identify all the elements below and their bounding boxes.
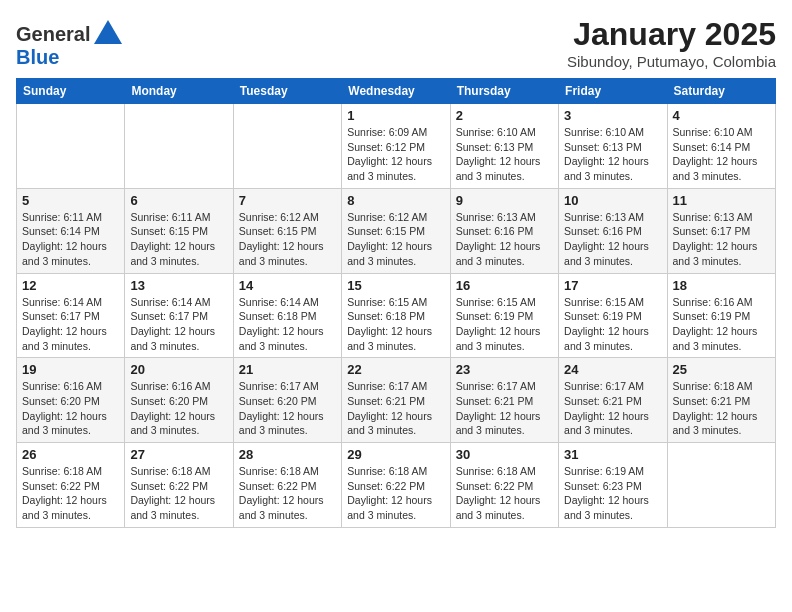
calendar-week-row: 5Sunrise: 6:11 AMSunset: 6:14 PMDaylight…	[17, 188, 776, 273]
calendar-title: January 2025	[567, 16, 776, 53]
day-number: 14	[239, 278, 336, 293]
day-number: 11	[673, 193, 770, 208]
table-row: 5Sunrise: 6:11 AMSunset: 6:14 PMDaylight…	[17, 188, 125, 273]
day-number: 17	[564, 278, 661, 293]
day-info: Sunrise: 6:18 AMSunset: 6:22 PMDaylight:…	[456, 464, 553, 523]
table-row: 6Sunrise: 6:11 AMSunset: 6:15 PMDaylight…	[125, 188, 233, 273]
day-info: Sunrise: 6:16 AMSunset: 6:20 PMDaylight:…	[22, 379, 119, 438]
table-row: 22Sunrise: 6:17 AMSunset: 6:21 PMDayligh…	[342, 358, 450, 443]
day-number: 18	[673, 278, 770, 293]
col-thursday: Thursday	[450, 79, 558, 104]
day-number: 23	[456, 362, 553, 377]
svg-marker-0	[94, 20, 122, 44]
day-number: 8	[347, 193, 444, 208]
calendar-week-row: 26Sunrise: 6:18 AMSunset: 6:22 PMDayligh…	[17, 443, 776, 528]
day-info: Sunrise: 6:19 AMSunset: 6:23 PMDaylight:…	[564, 464, 661, 523]
day-info: Sunrise: 6:12 AMSunset: 6:15 PMDaylight:…	[347, 210, 444, 269]
table-row: 19Sunrise: 6:16 AMSunset: 6:20 PMDayligh…	[17, 358, 125, 443]
day-info: Sunrise: 6:18 AMSunset: 6:22 PMDaylight:…	[239, 464, 336, 523]
day-info: Sunrise: 6:16 AMSunset: 6:20 PMDaylight:…	[130, 379, 227, 438]
day-info: Sunrise: 6:15 AMSunset: 6:19 PMDaylight:…	[456, 295, 553, 354]
table-row: 7Sunrise: 6:12 AMSunset: 6:15 PMDaylight…	[233, 188, 341, 273]
logo-icon	[90, 16, 126, 52]
day-number: 13	[130, 278, 227, 293]
day-info: Sunrise: 6:17 AMSunset: 6:21 PMDaylight:…	[564, 379, 661, 438]
day-number: 3	[564, 108, 661, 123]
table-row: 9Sunrise: 6:13 AMSunset: 6:16 PMDaylight…	[450, 188, 558, 273]
day-info: Sunrise: 6:13 AMSunset: 6:16 PMDaylight:…	[564, 210, 661, 269]
day-number: 15	[347, 278, 444, 293]
calendar-week-row: 1Sunrise: 6:09 AMSunset: 6:12 PMDaylight…	[17, 104, 776, 189]
calendar-week-row: 12Sunrise: 6:14 AMSunset: 6:17 PMDayligh…	[17, 273, 776, 358]
day-number: 16	[456, 278, 553, 293]
table-row: 1Sunrise: 6:09 AMSunset: 6:12 PMDaylight…	[342, 104, 450, 189]
day-number: 9	[456, 193, 553, 208]
table-row: 26Sunrise: 6:18 AMSunset: 6:22 PMDayligh…	[17, 443, 125, 528]
day-info: Sunrise: 6:11 AMSunset: 6:15 PMDaylight:…	[130, 210, 227, 269]
day-number: 4	[673, 108, 770, 123]
table-row: 23Sunrise: 6:17 AMSunset: 6:21 PMDayligh…	[450, 358, 558, 443]
day-info: Sunrise: 6:14 AMSunset: 6:17 PMDaylight:…	[22, 295, 119, 354]
day-info: Sunrise: 6:13 AMSunset: 6:17 PMDaylight:…	[673, 210, 770, 269]
day-number: 20	[130, 362, 227, 377]
table-row: 10Sunrise: 6:13 AMSunset: 6:16 PMDayligh…	[559, 188, 667, 273]
day-info: Sunrise: 6:15 AMSunset: 6:19 PMDaylight:…	[564, 295, 661, 354]
day-info: Sunrise: 6:17 AMSunset: 6:21 PMDaylight:…	[347, 379, 444, 438]
day-number: 7	[239, 193, 336, 208]
day-number: 30	[456, 447, 553, 462]
day-number: 22	[347, 362, 444, 377]
table-row: 2Sunrise: 6:10 AMSunset: 6:13 PMDaylight…	[450, 104, 558, 189]
day-number: 31	[564, 447, 661, 462]
table-row: 21Sunrise: 6:17 AMSunset: 6:20 PMDayligh…	[233, 358, 341, 443]
day-number: 6	[130, 193, 227, 208]
day-number: 5	[22, 193, 119, 208]
table-row: 29Sunrise: 6:18 AMSunset: 6:22 PMDayligh…	[342, 443, 450, 528]
day-info: Sunrise: 6:17 AMSunset: 6:21 PMDaylight:…	[456, 379, 553, 438]
day-number: 27	[130, 447, 227, 462]
table-row: 8Sunrise: 6:12 AMSunset: 6:15 PMDaylight…	[342, 188, 450, 273]
day-number: 25	[673, 362, 770, 377]
calendar-table: Sunday Monday Tuesday Wednesday Thursday…	[16, 78, 776, 528]
col-wednesday: Wednesday	[342, 79, 450, 104]
table-row: 12Sunrise: 6:14 AMSunset: 6:17 PMDayligh…	[17, 273, 125, 358]
table-row: 25Sunrise: 6:18 AMSunset: 6:21 PMDayligh…	[667, 358, 775, 443]
table-row: 24Sunrise: 6:17 AMSunset: 6:21 PMDayligh…	[559, 358, 667, 443]
table-row: 31Sunrise: 6:19 AMSunset: 6:23 PMDayligh…	[559, 443, 667, 528]
logo-blue-text: Blue	[16, 46, 59, 69]
table-row: 30Sunrise: 6:18 AMSunset: 6:22 PMDayligh…	[450, 443, 558, 528]
table-row: 18Sunrise: 6:16 AMSunset: 6:19 PMDayligh…	[667, 273, 775, 358]
day-info: Sunrise: 6:10 AMSunset: 6:13 PMDaylight:…	[564, 125, 661, 184]
calendar-subtitle: Sibundoy, Putumayo, Colombia	[567, 53, 776, 70]
day-number: 1	[347, 108, 444, 123]
page-header: General Blue January 2025 Sibundoy, Putu…	[16, 16, 776, 70]
day-info: Sunrise: 6:18 AMSunset: 6:22 PMDaylight:…	[22, 464, 119, 523]
logo-general-text: General	[16, 23, 90, 46]
logo: General Blue	[16, 16, 126, 69]
day-number: 19	[22, 362, 119, 377]
table-row: 13Sunrise: 6:14 AMSunset: 6:17 PMDayligh…	[125, 273, 233, 358]
title-block: January 2025 Sibundoy, Putumayo, Colombi…	[567, 16, 776, 70]
table-row: 4Sunrise: 6:10 AMSunset: 6:14 PMDaylight…	[667, 104, 775, 189]
day-info: Sunrise: 6:13 AMSunset: 6:16 PMDaylight:…	[456, 210, 553, 269]
col-friday: Friday	[559, 79, 667, 104]
table-row: 17Sunrise: 6:15 AMSunset: 6:19 PMDayligh…	[559, 273, 667, 358]
day-info: Sunrise: 6:09 AMSunset: 6:12 PMDaylight:…	[347, 125, 444, 184]
table-row	[17, 104, 125, 189]
table-row: 11Sunrise: 6:13 AMSunset: 6:17 PMDayligh…	[667, 188, 775, 273]
day-info: Sunrise: 6:10 AMSunset: 6:14 PMDaylight:…	[673, 125, 770, 184]
day-number: 29	[347, 447, 444, 462]
table-row: 3Sunrise: 6:10 AMSunset: 6:13 PMDaylight…	[559, 104, 667, 189]
table-row: 20Sunrise: 6:16 AMSunset: 6:20 PMDayligh…	[125, 358, 233, 443]
table-row: 15Sunrise: 6:15 AMSunset: 6:18 PMDayligh…	[342, 273, 450, 358]
calendar-week-row: 19Sunrise: 6:16 AMSunset: 6:20 PMDayligh…	[17, 358, 776, 443]
table-row	[667, 443, 775, 528]
day-number: 26	[22, 447, 119, 462]
col-tuesday: Tuesday	[233, 79, 341, 104]
day-number: 10	[564, 193, 661, 208]
day-info: Sunrise: 6:14 AMSunset: 6:17 PMDaylight:…	[130, 295, 227, 354]
table-row	[125, 104, 233, 189]
col-saturday: Saturday	[667, 79, 775, 104]
day-info: Sunrise: 6:14 AMSunset: 6:18 PMDaylight:…	[239, 295, 336, 354]
day-number: 21	[239, 362, 336, 377]
table-row: 28Sunrise: 6:18 AMSunset: 6:22 PMDayligh…	[233, 443, 341, 528]
